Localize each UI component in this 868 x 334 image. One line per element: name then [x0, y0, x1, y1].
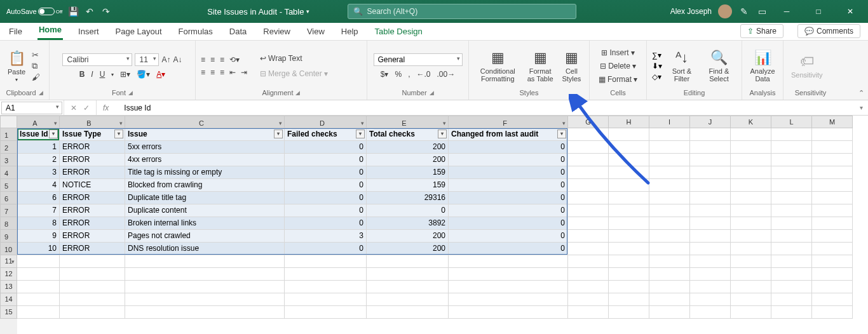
cell[interactable] — [649, 141, 690, 154]
table-header-cell[interactable]: Changed from last audit▾ — [449, 128, 568, 141]
cell[interactable] — [771, 268, 812, 281]
table-cell[interactable]: 0 — [285, 243, 367, 255]
cell[interactable] — [285, 293, 367, 306]
document-title[interactable]: Site Issues in Audit - Table ▾ — [207, 7, 309, 17]
cell[interactable] — [568, 204, 609, 217]
cell[interactable] — [649, 281, 690, 293]
row-header[interactable]: 5 — [0, 179, 17, 192]
cell[interactable] — [812, 230, 853, 243]
tab-home[interactable]: Home — [37, 22, 63, 40]
cell[interactable] — [449, 293, 568, 306]
save-icon[interactable]: 💾 — [67, 6, 79, 17]
cell[interactable] — [731, 268, 771, 281]
table-cell[interactable]: 200 — [367, 154, 449, 166]
maximize-button[interactable]: □ — [806, 0, 831, 23]
filter-dropdown-icon[interactable]: ▾ — [356, 130, 365, 138]
cell[interactable] — [812, 141, 853, 154]
cell[interactable] — [812, 255, 853, 268]
cell[interactable] — [771, 217, 812, 230]
cell[interactable] — [731, 204, 771, 217]
cell[interactable] — [568, 179, 609, 192]
cell[interactable] — [771, 128, 812, 141]
align-top-icon[interactable]: ≡ — [201, 55, 205, 64]
sensitivity-button[interactable]: 🏷Sensitivity — [789, 52, 825, 80]
cell[interactable] — [649, 154, 690, 166]
cell[interactable] — [812, 166, 853, 179]
format-cells-button[interactable]: ▦ Format ▾ — [596, 74, 640, 85]
cell[interactable] — [609, 166, 649, 179]
share-button[interactable]: ⇪Share — [740, 24, 783, 38]
cell[interactable] — [690, 154, 731, 166]
cell[interactable] — [609, 179, 649, 192]
cell[interactable] — [568, 243, 609, 255]
enter-formula-icon[interactable]: ✓ — [83, 104, 90, 112]
cell[interactable] — [649, 179, 690, 192]
cell[interactable] — [609, 306, 649, 319]
cell[interactable] — [367, 268, 449, 281]
undo-icon[interactable]: ↶ — [84, 6, 95, 17]
cell[interactable] — [568, 268, 609, 281]
conditional-formatting-button[interactable]: ▦Conditional Formatting — [474, 48, 522, 84]
tab-help[interactable]: Help — [340, 24, 360, 40]
border-button[interactable]: ⊞▾ — [120, 70, 130, 79]
table-cell[interactable]: 7 — [17, 204, 60, 217]
avatar[interactable] — [718, 4, 732, 18]
table-cell[interactable]: 0 — [285, 217, 367, 230]
cell[interactable] — [568, 192, 609, 204]
cell[interactable] — [812, 192, 853, 204]
cell[interactable] — [60, 306, 125, 319]
table-cell[interactable]: 4xx errors — [125, 154, 285, 166]
table-cell[interactable]: 0 — [449, 230, 568, 243]
table-cell[interactable]: 159 — [367, 166, 449, 179]
cell[interactable] — [649, 243, 690, 255]
col-header[interactable]: H — [609, 116, 649, 128]
cell[interactable] — [771, 306, 812, 319]
increase-indent-icon[interactable]: ⇥ — [241, 68, 247, 77]
table-cell[interactable]: Pages not crawled — [125, 230, 285, 243]
cell[interactable] — [649, 293, 690, 306]
table-cell[interactable]: 0 — [285, 179, 367, 192]
row-header[interactable]: 2 — [0, 141, 17, 154]
cell[interactable] — [690, 293, 731, 306]
format-painter-icon[interactable]: 🖌 — [32, 72, 40, 82]
table-cell[interactable]: ERROR — [60, 217, 125, 230]
dialog-launcher-icon[interactable]: ◢ — [128, 90, 133, 96]
delete-cells-button[interactable]: ⊟ Delete ▾ — [597, 60, 639, 72]
table-cell[interactable]: 3 — [285, 230, 367, 243]
cell[interactable] — [568, 306, 609, 319]
cancel-formula-icon[interactable]: ✕ — [71, 104, 77, 112]
cell[interactable] — [690, 230, 731, 243]
cell[interactable] — [568, 255, 609, 268]
cell[interactable] — [367, 293, 449, 306]
table-cell[interactable]: ERROR — [60, 204, 125, 217]
merge-center-button[interactable]: ⊟Merge & Center ▾ — [257, 68, 330, 79]
cell[interactable] — [812, 179, 853, 192]
table-cell[interactable]: ERROR — [60, 166, 125, 179]
table-header-cell[interactable]: Issue Id▾ — [17, 128, 60, 141]
dialog-launcher-icon[interactable]: ◢ — [39, 90, 43, 96]
table-cell[interactable]: ERROR — [60, 243, 125, 255]
find-select-button[interactable]: 🔍Find & Select — [702, 48, 736, 84]
percent-format-icon[interactable]: % — [395, 70, 402, 79]
cell[interactable] — [731, 166, 771, 179]
table-cell[interactable]: 0 — [449, 179, 568, 192]
cell[interactable] — [568, 154, 609, 166]
cell[interactable] — [449, 281, 568, 293]
table-cell[interactable]: 200 — [367, 243, 449, 255]
cut-icon[interactable]: ✂ — [32, 50, 40, 60]
cell[interactable] — [690, 268, 731, 281]
wrap-text-button[interactable]: ↩Wrap Text — [257, 53, 330, 64]
clear-icon[interactable]: ◇▾ — [652, 72, 662, 81]
tab-table-design[interactable]: Table Design — [374, 24, 424, 40]
table-cell[interactable]: 4 — [17, 179, 60, 192]
decrease-indent-icon[interactable]: ⇤ — [229, 68, 236, 77]
col-header[interactable]: K — [731, 116, 771, 128]
table-cell[interactable]: 1 — [17, 141, 60, 154]
filter-dropdown-icon[interactable]: ▾ — [557, 130, 566, 138]
table-cell[interactable]: Duplicate title tag — [125, 192, 285, 204]
cell[interactable] — [731, 281, 771, 293]
filter-dropdown-icon[interactable]: ▾ — [114, 130, 123, 138]
accounting-format-icon[interactable]: $▾ — [381, 70, 389, 79]
cell[interactable] — [812, 281, 853, 293]
cell[interactable] — [690, 217, 731, 230]
